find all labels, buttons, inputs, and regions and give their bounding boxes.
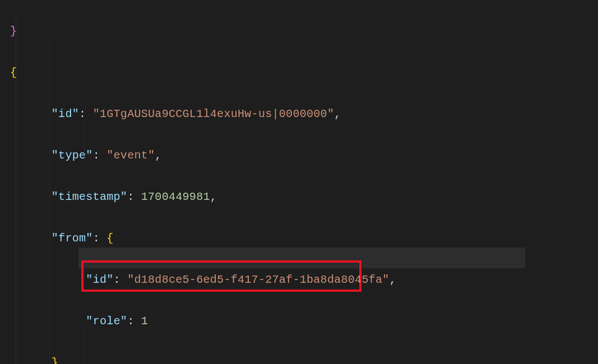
prop-from-open: "from": { xyxy=(10,228,598,249)
object-open: { xyxy=(10,62,598,83)
prop-from-role: "role": 1 xyxy=(10,311,598,332)
indent-guide xyxy=(84,245,85,288)
prop-timestamp: "timestamp": 1700449981, xyxy=(10,186,598,207)
indent-guide xyxy=(84,120,85,164)
prop-id: "id": "1GTgAUSUa9CCGL1l4exuHw-us|0000000… xyxy=(10,104,598,124)
code-editor[interactable]: } { "id": "1GTgAUSUa9CCGL1l4exuHw-us|000… xyxy=(0,0,598,364)
brace-open: { xyxy=(10,66,17,79)
prop-from-id: "id": "d18d8ce5-6ed5-f417-27af-1ba8da804… xyxy=(10,269,598,290)
prop-from-close: }, xyxy=(10,352,598,364)
fold-brace-top: } xyxy=(10,21,598,41)
indent-guide xyxy=(49,38,50,364)
prop-type: "type": "event", xyxy=(10,145,598,166)
indent-guide xyxy=(84,328,85,364)
